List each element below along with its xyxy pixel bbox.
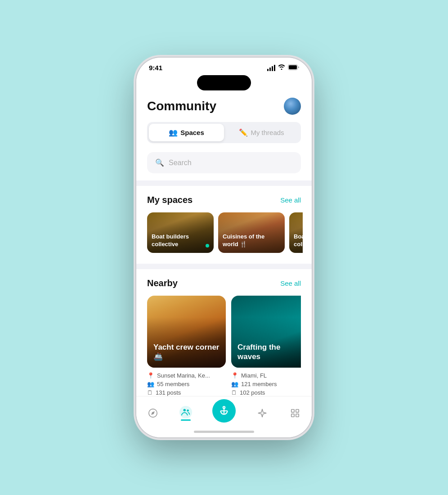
my-spaces-section: My spaces See all Boat builders collecti… [136,186,312,264]
members-icon: 👥 [147,381,154,387]
nav-grid[interactable] [283,405,307,421]
space-card-label: Cuisines of the world 🍴 [223,233,280,248]
nav-home[interactable] [207,402,241,424]
posts-row: 🗒 131 posts [147,389,226,396]
nearby-header: Nearby See all [147,278,301,288]
space-card-label: Boat builders collective [294,233,303,248]
nearby-card-meta: 📍 Sunset Marina, Ke... 👥 55 members 🗒 13… [147,372,226,396]
space-card-boat-builders-2[interactable]: Boat builders collective [289,212,303,253]
nearby-card-image: Crafting the waves [231,296,301,368]
spaces-scroll: Boat builders collective Cuisines of the… [145,212,303,253]
my-spaces-see-all[interactable]: See all [280,196,301,204]
my-spaces-header: My spaces See all [147,195,301,205]
anchor-icon [212,399,236,423]
grid-icon [289,407,301,419]
svg-rect-11 [291,414,294,417]
members-row: 👥 55 members [147,381,226,387]
nav-explore[interactable] [141,405,165,421]
threads-icon: ✏️ [239,128,248,137]
home-bar [194,431,254,433]
posts-text: 131 posts [156,389,181,396]
tabs-section: 👥 Spaces ✏️ My threads [136,122,312,152]
search-icon: 🔍 [155,158,164,167]
posts-icon: 🗒 [147,389,153,396]
nearby-card-image: Yacht crew corner🚢 [147,296,226,368]
location-row: 📍 Miami, FL [231,372,301,379]
online-dot [206,244,209,248]
header: Community [136,90,312,122]
signal-icon [267,65,275,71]
nearby-card-crafting[interactable]: Crafting the waves 📍 Miami, FL 👥 121 mem… [231,296,301,396]
search-placeholder: Search [169,159,192,167]
wifi-icon [278,64,285,71]
tab-spaces[interactable]: 👥 Spaces [149,124,224,141]
location-text: Sunset Marina, Ke... [157,372,210,379]
battery-icon [288,64,299,72]
my-spaces-title: My spaces [147,195,193,205]
status-bar: 9:41 [136,58,312,72]
status-icons [267,64,299,72]
posts-row: 🗒 102 posts [231,389,301,396]
nav-community[interactable] [174,404,197,423]
nearby-grid: Yacht crew corner🚢 📍 Sunset Marina, Ke..… [147,296,301,396]
svg-point-6 [223,406,225,408]
location-icon: 📍 [147,372,154,379]
svg-point-5 [187,410,189,412]
posts-text: 102 posts [240,389,265,396]
bottom-nav [136,396,312,428]
location-text: Miami, FL [241,372,267,379]
svg-rect-9 [291,410,294,412]
spaces-icon: 👥 [169,128,178,137]
space-card-label: Boat builders collective [152,233,209,248]
nearby-section: Nearby See all Yacht crew corner🚢 [136,269,312,396]
home-indicator [136,428,312,437]
dynamic-island [197,75,251,90]
nearby-title: Nearby [147,278,178,288]
svg-rect-1 [289,65,297,69]
svg-marker-3 [151,411,155,415]
members-text: 121 members [241,381,277,387]
posts-icon: 🗒 [231,389,237,396]
community-icon [179,406,192,418]
phone-screen: 9:41 Community [136,58,312,437]
threads-tab-label: My threads [251,129,284,136]
nearby-see-all[interactable]: See all [280,279,301,287]
nearby-card-yacht[interactable]: Yacht crew corner🚢 📍 Sunset Marina, Ke..… [147,296,226,396]
page-title: Community [147,99,216,113]
tab-bar: 👥 Spaces ✏️ My threads [147,122,301,143]
members-row: 👥 121 members [231,381,301,387]
space-card-boat-builders[interactable]: Boat builders collective [147,212,214,253]
sparkle-icon [256,407,269,419]
members-icon: 👥 [231,381,238,387]
location-row: 📍 Sunset Marina, Ke... [147,372,226,379]
phone-frame: 9:41 Community [136,58,312,437]
location-icon: 📍 [231,372,238,379]
active-nav-indicator [181,419,191,421]
spaces-tab-label: Spaces [180,129,204,136]
members-text: 55 members [157,381,189,387]
nearby-card-meta: 📍 Miami, FL 👥 121 members 🗒 102 posts [231,372,301,396]
nearby-card-title: Yacht crew corner🚢 [153,342,220,362]
nav-ai[interactable] [251,405,274,421]
svg-rect-12 [296,414,299,417]
explore-icon [147,407,159,419]
main-content: Community 👥 Spaces ✏️ My threads [136,90,312,396]
svg-point-4 [183,409,186,411]
space-card-cuisines[interactable]: Cuisines of the world 🍴 [218,212,285,253]
svg-rect-10 [296,410,299,412]
tab-my-threads[interactable]: ✏️ My threads [224,124,299,141]
status-time: 9:41 [149,64,162,72]
avatar[interactable] [284,98,301,115]
nearby-card-title: Crafting the waves [237,342,301,362]
search-section: 🔍 Search [136,152,312,180]
search-bar[interactable]: 🔍 Search [147,152,301,173]
